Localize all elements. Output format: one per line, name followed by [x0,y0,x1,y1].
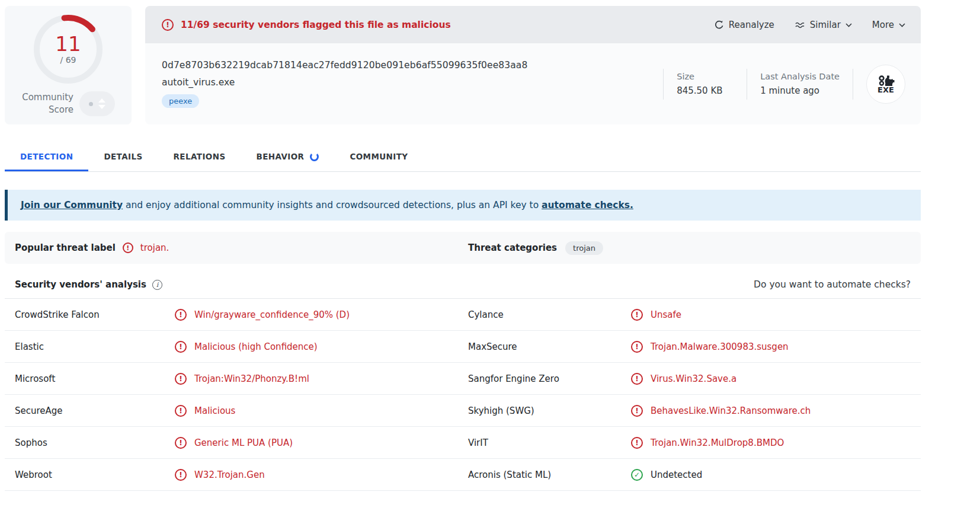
analysis-title-group: Security vendors' analysis i [15,279,162,290]
file-name: autoit_virus.exe [162,77,663,88]
alert-icon: ! [123,242,133,253]
join-community-link[interactable]: Join our Community [21,200,123,210]
alert-icon: ! [175,309,187,321]
virustotal-report-page: 11 / 69 Community Score ! 11 [5,0,921,491]
header-actions: Reanalyze Similar More [715,20,905,30]
automate-checks-link[interactable]: automate checks. [542,200,633,210]
tab-community[interactable]: COMMUNITY [334,143,423,171]
exe-label: EXE [877,86,894,94]
result-text: Undetected [651,470,702,480]
tab-behavior[interactable]: BEHAVIOR [241,143,335,171]
result-text: Malicious [194,406,235,416]
table-row: CrowdStrike Falcon ! Win/grayware_confid… [5,299,921,331]
detection-result: ! Generic ML PUA (PUA) [175,437,468,449]
community-score-label: Community Score [21,91,73,116]
alert-icon: ! [631,405,643,417]
automate-checks-text: Do you want to automate checks? [754,279,911,290]
similar-button[interactable]: Similar [795,20,852,30]
file-type-exe-badge: EXE [866,65,905,104]
detection-result: ! Malicious (high Confidence) [175,341,468,353]
alert-text: 11/69 security vendors flagged this file… [181,20,451,30]
vote-up-icon[interactable] [98,98,105,103]
file-hash: 0d7e8703b632219dcab71814eac27fedd9120be0… [162,60,663,71]
alert-icon: ! [631,341,643,353]
similar-icon [795,21,805,29]
tab-behavior-label: BEHAVIOR [257,152,305,161]
community-vote-widget[interactable] [79,91,115,116]
tab-relations-label: RELATIONS [174,152,226,161]
chevron-down-icon [846,23,852,27]
more-label: More [872,20,894,30]
detection-result: ! BehavesLike.Win32.Ransomware.ch [631,405,921,417]
alert-icon: ! [631,373,643,385]
more-button[interactable]: More [872,20,905,30]
popular-threat-label-group: Popular threat label ! trojan. [5,242,468,253]
detection-result: ! Unsafe [631,309,921,321]
size-value: 845.50 KB [677,85,734,96]
tab-community-label: COMMUNITY [350,152,408,161]
tab-details[interactable]: DETAILS [88,143,158,171]
analysis-title: Security vendors' analysis [15,279,146,290]
vendor-name: Sophos [15,438,175,448]
reanalyze-button[interactable]: Reanalyze [715,20,774,30]
table-row: Elastic ! Malicious (high Confidence) Ma… [5,331,921,363]
tab-details-label: DETAILS [104,152,142,161]
table-row: Microsoft ! Trojan:Win32/Phonzy.B!ml San… [5,363,921,395]
detection-result: ! W32.Trojan.Gen [175,469,468,481]
divider [663,69,664,100]
file-card: ! 11/69 security vendors flagged this fi… [145,6,921,124]
result-text: Malicious (high Confidence) [194,341,318,352]
score-text: 11 / 69 [32,13,104,85]
detection-score-donut: 11 / 69 [32,13,104,85]
last-analysis-block: Last Analysis Date 1 minute ago [760,72,840,96]
vendor-name: Sangfor Engine Zero [468,373,631,384]
vendor-name: Elastic [15,341,175,352]
score-value: 11 [55,34,81,55]
community-score-row: Community Score [13,91,123,116]
chevron-down-icon [899,23,905,27]
threat-category-chip[interactable]: trojan [565,241,603,255]
report-tabs: DETECTION DETAILS RELATIONS BEHAVIOR COM… [5,143,921,172]
popular-threat-value: trojan. [140,242,169,253]
detection-result: ! Win/grayware_confidence_90% (D) [175,309,468,321]
vendor-name: MaxSecure [468,341,631,352]
detection-result: ! Trojan.Malware.300983.susgen [631,341,921,353]
detection-result: ! Trojan.Win32.MulDrop8.BMDO [631,437,921,449]
vendors-analysis-header: Security vendors' analysis i Do you want… [5,271,921,298]
result-text: Unsafe [651,309,681,320]
tab-detection-label: DETECTION [20,152,73,161]
divider [853,69,853,100]
banner-text: and enjoy additional community insights … [123,200,542,210]
alert-icon: ! [175,341,187,353]
alert-icon: ! [631,437,643,449]
detection-result: ✓ Undetected [631,469,921,481]
size-label: Size [677,72,734,81]
result-text: W32.Trojan.Gen [194,470,265,480]
vote-dot-icon [89,102,93,106]
check-icon: ✓ [631,469,643,481]
loading-spinner-icon [310,152,319,161]
vote-arrows-icon[interactable] [98,98,105,109]
detection-alert-bar: ! 11/69 security vendors flagged this fi… [145,6,921,43]
last-analysis-label: Last Analysis Date [760,72,840,81]
detection-result: ! Malicious [175,405,468,417]
reanalyze-label: Reanalyze [729,20,774,30]
vote-down-icon[interactable] [98,105,105,109]
popular-threat-label: Popular threat label [15,242,116,253]
alert-icon: ! [175,373,187,385]
tab-detection[interactable]: DETECTION [5,143,88,171]
file-info-body: 0d7e8703b632219dcab71814eac27fedd9120be0… [145,43,921,124]
alert-icon: ! [175,469,187,481]
info-icon[interactable]: i [152,280,162,290]
result-text: BehavesLike.Win32.Ransomware.ch [651,406,811,416]
tag-peexe[interactable]: peexe [162,94,199,108]
vendor-name: Skyhigh (SWG) [468,406,631,416]
score-card: 11 / 69 Community Score [5,6,132,124]
divider [747,69,747,100]
reanalyze-icon [715,20,724,30]
file-size-block: Size 845.50 KB [677,72,734,96]
result-text: Trojan:Win32/Phonzy.B!ml [194,373,309,384]
threat-categories-group: Threat categories trojan [468,241,603,255]
vendor-name: Webroot [15,470,175,480]
tab-relations[interactable]: RELATIONS [158,143,241,171]
